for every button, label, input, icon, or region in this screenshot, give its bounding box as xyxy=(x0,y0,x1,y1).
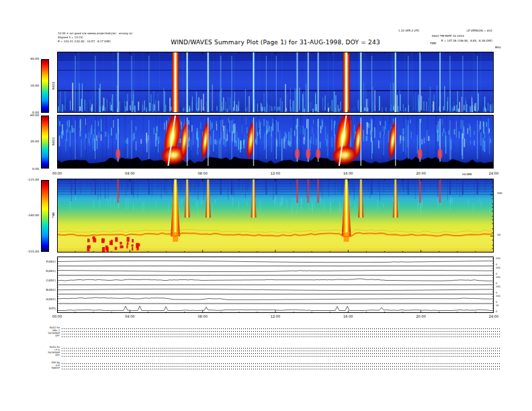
time-tick-label: 04:00 xyxy=(121,314,138,318)
rad1-cbar-tick-bottom: 0.00 xyxy=(17,167,39,171)
strip-label-dadc: D(ADC) xyxy=(35,269,56,273)
strip-scale-max: 255 xyxy=(496,267,500,269)
time-tick-label: 20:00 xyxy=(412,314,430,318)
rad2-colorbar xyxy=(41,59,49,113)
status-row-dots xyxy=(62,363,500,364)
tnr-freq-tick-10: 10 xyxy=(497,233,500,236)
tnr-freq-tick-100: 100 xyxy=(497,191,502,195)
strip-label-cadc: C(ADC) xyxy=(35,279,56,282)
strip-scale-min: 0 xyxy=(496,310,497,313)
header-meta-lz-version: LZ VERSION = #01 xyxy=(425,29,492,32)
page-title: WIND/WAVES Summary Plot (Page 1) for 31-… xyxy=(107,39,443,46)
strip-scale-max: 10 xyxy=(496,304,498,307)
strip-scale-min: 0 xyxy=(496,282,497,285)
housekeeping-strip-charts xyxy=(57,257,494,313)
strip-scale-min: 0 xyxy=(496,273,497,275)
tnr-cbar-tick-top: -125.00 xyxy=(17,178,39,182)
strip-scale-min: 0 xyxy=(496,291,497,294)
rad1-panel-label: RAD1 xyxy=(52,132,55,152)
rad1-colorbar xyxy=(41,116,49,169)
time-tick-label: 00:00 xyxy=(48,314,66,318)
tnr-spectrogram xyxy=(57,179,494,253)
strip-scale-max: 255 xyxy=(496,295,500,298)
rad2-panel-label: RAD2 xyxy=(52,76,55,96)
strip-label-badc: B(ADC) xyxy=(35,288,56,291)
time-tick-label: 16:00 xyxy=(339,171,357,175)
header-meta-left-1: 12:00 + ion good s/w sweep projected(s/w… xyxy=(58,32,133,35)
time-tick-label: 12:00 xyxy=(267,314,284,318)
rad1-spectrogram xyxy=(57,115,494,169)
strip-label-eadc: E(ADC) xyxy=(35,260,56,263)
status-row-label: SWEEP xyxy=(27,367,60,369)
waves-summary-plot: 12:00 + ion good s/w sweep projected(s/w… xyxy=(0,0,532,411)
time-tick-label: 24:00 xyxy=(485,171,502,175)
tnr-colorbar xyxy=(41,180,49,252)
header-meta-left-3: R = 143.31 (142.82, -10.57, -8.17 GSE) xyxy=(58,40,111,43)
strip-scale-min: 0 xyxy=(496,263,497,266)
status-row-dots xyxy=(62,356,500,357)
time-tick-label: 16:00 xyxy=(339,314,357,318)
strip-scale-min: 0 xyxy=(496,301,497,304)
tnr-cbar-tick-bottom: -155.00 xyxy=(17,250,39,254)
time-tick-label: 00:00 xyxy=(48,171,66,175)
time-tick-label: 20:00 xyxy=(412,171,430,175)
header-meta-position: R = 147.38 (146.80, -8.84, -8.38 GSE) xyxy=(405,39,492,42)
rad2-cbar-tick-mid: 20.00 xyxy=(17,84,39,88)
hhmm-label: HH:MM xyxy=(462,173,472,176)
strip-scale-max: 255 xyxy=(496,257,500,260)
time-tick-label: 08:00 xyxy=(194,314,212,318)
strip-scale-max: 255 xyxy=(496,285,500,288)
status-row-dots xyxy=(62,336,500,337)
rad2-cbar-tick-top: 40.00 xyxy=(17,57,39,61)
status-row-label: OFF xyxy=(27,354,60,357)
rad1-cbar-tick-top: 60.00 xyxy=(17,113,39,118)
status-row-dots xyxy=(62,348,500,349)
strip-scale-max: 255 xyxy=(496,276,500,279)
rad2-spectrogram xyxy=(57,52,494,113)
mhz-unit-label: MHz xyxy=(495,46,501,49)
tnr-cbar-tick-mid: -140.00 xyxy=(17,214,39,218)
header-meta-left-2: Aligned 3 = 13 CIC xyxy=(58,36,83,39)
rad1-cbar-tick-mid: 30.00 xyxy=(17,140,39,144)
status-row-dots xyxy=(62,353,500,354)
tnr-panel-label: TNR xyxy=(52,205,55,226)
header-meta-tm-rate: DAILY TM RATE 1S 2XXX xyxy=(432,34,464,38)
strip-label-ptt: P(TT) xyxy=(35,307,56,310)
time-tick-label: 12:00 xyxy=(267,171,284,175)
status-row-dots xyxy=(62,351,500,351)
status-row-label: OFF xyxy=(27,334,60,337)
status-row-dots xyxy=(62,331,500,332)
time-tick-label: 24:00 xyxy=(485,314,502,318)
strip-label-aadc: A(ADC) xyxy=(35,298,56,301)
time-tick-label: 08:00 xyxy=(194,171,212,175)
status-row-dots xyxy=(62,334,500,334)
status-row-dots xyxy=(62,366,500,367)
time-axis-label: TIME xyxy=(430,42,437,45)
time-tick-label: 04:00 xyxy=(121,171,138,175)
header-meta-version: 1.10 VER 2 UTC xyxy=(398,29,419,32)
status-row-dots xyxy=(62,369,500,369)
status-row-dots xyxy=(62,328,500,329)
